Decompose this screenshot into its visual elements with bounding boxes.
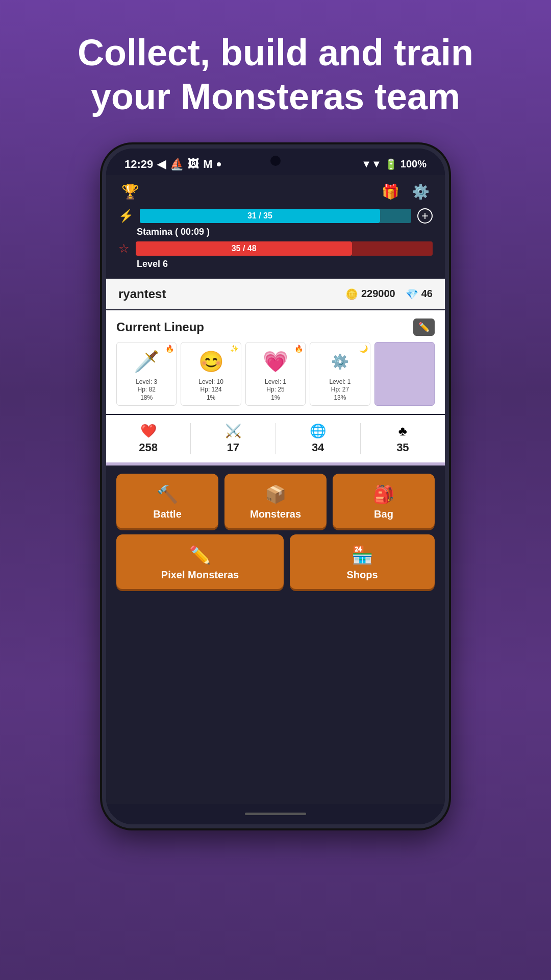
location-icon: ◀: [157, 158, 166, 171]
stamina-label: Stamina ( 00:09 ): [137, 227, 433, 237]
attack-icon: ⚔️: [225, 423, 241, 439]
pixel-monsteras-label: Pixel Monsteras: [161, 569, 239, 581]
defense-stat: 🌐 34: [276, 423, 361, 454]
camera-notch: [270, 156, 281, 166]
monsteras-button[interactable]: 📦 Monsteras: [224, 474, 327, 528]
hp-value: 258: [139, 441, 158, 454]
monster-3-sprite: 💗: [259, 346, 292, 378]
combat-stats-row: ❤️ 258 ⚔️ 17 🌐 34 ♣ 35: [106, 415, 445, 462]
defense-icon: 🌐: [310, 423, 326, 439]
notification-dot: [217, 162, 221, 166]
user-bar: ryantest 🪙 229000 💎 46: [106, 279, 445, 309]
monster-card-4[interactable]: 🌙 ⚙️ Level: 1 Hp: 27 13%: [310, 342, 370, 406]
header-text: Collect, build and train your Monsteras …: [0, 0, 551, 139]
bag-button[interactable]: 🎒 Bag: [333, 474, 435, 528]
attack-stat: ⚔️ 17: [191, 423, 276, 454]
nav-icon: ⛵: [170, 158, 184, 171]
monster-3-pct: 1%: [265, 394, 286, 402]
monster-2-sprite: 😊: [195, 346, 228, 378]
action-row-2: ✏️ Pixel Monsteras 🏪 Shops: [116, 534, 435, 589]
monster-4-info: Level: 1 Hp: 27 13%: [329, 378, 350, 402]
xp-bar: 35 / 48: [136, 241, 433, 256]
monster-card-3[interactable]: 🔥 💗 Level: 1 Hp: 25 1%: [245, 342, 306, 406]
monsteras-label: Monsteras: [250, 508, 301, 520]
shops-button[interactable]: 🏪 Shops: [290, 534, 435, 589]
gem-value: 46: [421, 288, 433, 300]
lineup-section: Current Lineup ✏️ 🔥 🗡️ Level: 3 Hp: 82 1…: [106, 310, 445, 414]
pixel-monsteras-icon: ✏️: [189, 545, 211, 565]
special-icon: ♣: [398, 423, 407, 439]
xp-value: 35 / 48: [232, 244, 257, 253]
monster-card-2[interactable]: ✨ 😊 Level: 10 Hp: 124 1%: [181, 342, 241, 406]
monster-4-sprite: ⚙️: [323, 346, 356, 378]
currency-group: 🪙 229000 💎 46: [345, 288, 433, 300]
edit-lineup-button[interactable]: ✏️: [413, 318, 435, 336]
monster-2-hp: Hp: 124: [198, 386, 223, 394]
monster-1-hp: Hp: 82: [136, 386, 157, 394]
battle-button[interactable]: 🔨 Battle: [116, 474, 218, 528]
stamina-icon: ⚡: [118, 209, 134, 223]
xp-fill: 35 / 48: [136, 241, 352, 256]
monster-4-type: 🌙: [359, 345, 368, 353]
stamina-value: 31 / 35: [247, 211, 272, 220]
top-toolbar: 🏆 🎁 ⚙️: [106, 175, 445, 208]
level-label: Level 6: [137, 259, 433, 270]
gem-icon: 💎: [406, 288, 418, 300]
monster-2-info: Level: 10 Hp: 124 1%: [198, 378, 223, 402]
coin-value: 229000: [361, 288, 395, 300]
shops-label: Shops: [346, 569, 378, 581]
wifi-icon: ▼▼: [361, 158, 382, 170]
monster-2-type: ✨: [230, 345, 239, 353]
phone-frame: 12:29 ◀ ⛵ 🖼 M ▼▼ 🔋 100% 🏆 🎁 ⚙️: [102, 144, 449, 828]
lineup-title: Current Lineup: [116, 320, 204, 334]
monster-1-level: Level: 3: [136, 378, 157, 386]
mail-icon: M: [203, 158, 212, 171]
action-row-1: 🔨 Battle 📦 Monsteras 🎒 Bag: [116, 474, 435, 528]
monster-3-info: Level: 1 Hp: 25 1%: [265, 378, 286, 402]
special-value: 35: [396, 441, 409, 454]
stamina-tail: [380, 209, 411, 223]
stamina-fill: 31 / 35: [140, 209, 380, 223]
gift-icon[interactable]: 🎁: [382, 183, 399, 200]
monster-1-info: Level: 3 Hp: 82 18%: [136, 378, 157, 402]
monster-4-hp: Hp: 27: [329, 386, 350, 394]
battle-label: Battle: [153, 508, 182, 520]
xp-icon: ☆: [118, 241, 130, 256]
pixel-monsteras-button[interactable]: ✏️ Pixel Monsteras: [116, 534, 284, 589]
attack-value: 17: [227, 441, 239, 454]
hp-stat: ❤️ 258: [106, 423, 191, 454]
action-buttons-section: 🔨 Battle 📦 Monsteras 🎒 Bag ✏️: [106, 465, 445, 804]
coin-icon: 🪙: [345, 288, 358, 300]
monster-card-1[interactable]: 🔥 🗡️ Level: 3 Hp: 82 18%: [116, 342, 177, 406]
monster-3-hp: Hp: 25: [265, 386, 286, 394]
shops-icon: 🏪: [352, 545, 373, 565]
monster-3-level: Level: 1: [265, 378, 286, 386]
monster-card-5[interactable]: [374, 342, 435, 406]
battle-icon: 🔨: [157, 484, 178, 504]
defense-value: 34: [312, 441, 324, 454]
username: ryantest: [118, 287, 166, 301]
battery-icon: 🔋: [385, 158, 397, 170]
status-time: 12:29: [124, 158, 153, 171]
monster-4-level: Level: 1: [329, 378, 350, 386]
monster-2-pct: 1%: [198, 394, 223, 402]
img-icon: 🖼: [188, 158, 199, 171]
bag-label: Bag: [374, 508, 393, 520]
settings-icon[interactable]: ⚙️: [412, 183, 430, 200]
hp-icon: ❤️: [140, 423, 157, 439]
gems-display: 💎 46: [406, 288, 433, 300]
home-bar: [245, 813, 306, 815]
stamina-plus-button[interactable]: +: [417, 208, 433, 224]
monsteras-icon: 📦: [265, 484, 286, 504]
special-stat: ♣ 35: [361, 423, 445, 454]
home-indicator: [106, 804, 445, 824]
monster-4-pct: 13%: [329, 394, 350, 402]
stamina-bar: 31 / 35: [140, 209, 411, 223]
bag-icon: 🎒: [373, 484, 394, 504]
monster-3-type: 🔥: [294, 345, 303, 353]
xp-tail: [352, 241, 433, 256]
stats-section: ⚡ 31 / 35 + Stamina ( 00:09 ) ☆: [106, 208, 445, 279]
battery-pct: 100%: [400, 158, 427, 170]
trophy-icon[interactable]: 🏆: [121, 183, 139, 200]
coins-display: 🪙 229000: [345, 288, 395, 300]
